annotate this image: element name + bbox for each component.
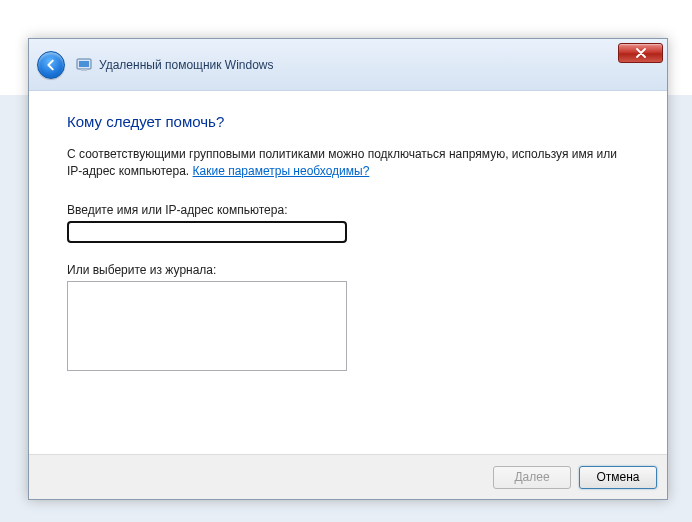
wizard-window: Удаленный помощник Windows Кому следует … (28, 38, 668, 500)
history-label: Или выберите из журнала: (67, 263, 629, 277)
history-listbox[interactable] (67, 281, 347, 371)
svg-rect-2 (81, 69, 87, 71)
content-area: Кому следует помочь? С соответствующими … (29, 91, 667, 454)
close-button[interactable] (618, 43, 663, 63)
app-icon (75, 56, 93, 74)
page-heading: Кому следует помочь? (67, 113, 629, 130)
computer-input-label: Введите имя или IP-адрес компьютера: (67, 203, 629, 217)
arrow-left-icon (44, 58, 58, 72)
back-button[interactable] (37, 51, 65, 79)
help-link[interactable]: Какие параметры необходимы? (193, 164, 370, 178)
titlebar: Удаленный помощник Windows (29, 39, 667, 91)
footer: Далее Отмена (29, 454, 667, 499)
description: С соответствующими групповыми политиками… (67, 146, 629, 181)
svg-rect-1 (79, 61, 89, 67)
next-button[interactable]: Далее (493, 466, 571, 489)
cancel-button[interactable]: Отмена (579, 466, 657, 489)
close-icon (636, 48, 646, 58)
app-title: Удаленный помощник Windows (99, 58, 274, 72)
computer-name-input[interactable] (67, 221, 347, 243)
